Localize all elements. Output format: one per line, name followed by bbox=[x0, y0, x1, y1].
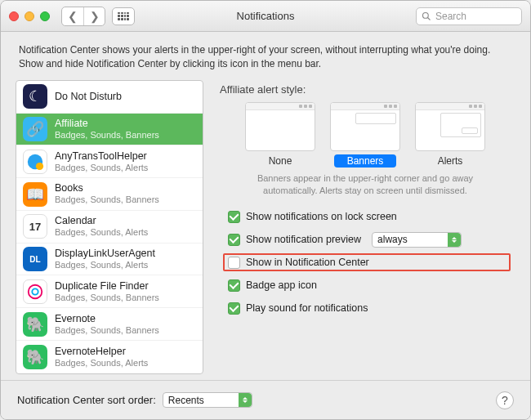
app-sub: Badges, Sounds, Alerts bbox=[55, 260, 155, 270]
show-all-button[interactable] bbox=[112, 7, 135, 25]
app-name: AnyTransToolHelper bbox=[55, 150, 148, 163]
check-in-notification-center[interactable]: Show in Notification Center bbox=[223, 253, 511, 271]
search-placeholder: Search bbox=[435, 11, 466, 22]
nav-buttons: ❮ ❯ bbox=[61, 7, 105, 26]
svg-point-0 bbox=[423, 12, 429, 18]
sort-order-select[interactable]: Recents bbox=[163, 392, 252, 408]
titlebar: ❮ ❯ Notifications Search bbox=[1, 1, 530, 32]
displaylink-icon: DL bbox=[23, 247, 47, 271]
stepper-arrows-icon bbox=[448, 233, 461, 247]
books-icon: 📖 bbox=[23, 182, 47, 207]
checkbox-icon bbox=[228, 211, 240, 223]
alert-style-hint: Banners appear in the upper-right corner… bbox=[234, 172, 496, 197]
app-name: Books bbox=[55, 182, 159, 194]
sidebar-item-affiliate[interactable]: 🔗 Affiliate Badges, Sounds, Banners bbox=[16, 114, 203, 146]
app-name: Duplicate File Finder bbox=[55, 280, 159, 293]
sidebar-item-anytrans[interactable]: AnyTransToolHelper Badges, Sounds, Alert… bbox=[16, 145, 203, 178]
settings-panel: Affiliate alert style: None Banners bbox=[216, 80, 515, 374]
checkbox-icon bbox=[228, 257, 240, 269]
preview-frequency-select[interactable]: always bbox=[372, 232, 462, 248]
check-label: Show notification preview bbox=[246, 234, 361, 245]
search-icon bbox=[422, 11, 431, 21]
help-button[interactable]: ? bbox=[496, 391, 514, 409]
moon-icon: ☾ bbox=[23, 84, 47, 109]
checkbox-icon bbox=[228, 234, 240, 246]
evernote-icon: 🐘 bbox=[23, 312, 47, 337]
evernote-icon: 🐘 bbox=[23, 345, 47, 369]
main-area: ☾ Do Not Disturb 🔗 Affiliate Badges, Sou… bbox=[1, 80, 530, 374]
app-name: Calendar bbox=[55, 215, 148, 227]
anytrans-icon bbox=[23, 150, 47, 174]
app-sub: Badges, Sounds, Banners bbox=[55, 130, 159, 141]
preview-banners bbox=[330, 102, 400, 151]
alert-style-none[interactable]: None bbox=[245, 102, 315, 168]
duplicate-finder-icon bbox=[23, 279, 47, 304]
svg-point-4 bbox=[29, 285, 42, 299]
app-name: Affiliate bbox=[55, 118, 159, 130]
svg-line-1 bbox=[428, 17, 431, 20]
app-sub: Badges, Sounds, Banners bbox=[55, 325, 159, 336]
sidebar-item-displaylink[interactable]: DL DisplayLinkUserAgent Badges, Sounds, … bbox=[16, 244, 203, 276]
sidebar-item-evernote[interactable]: 🐘 Evernote Badges, Sounds, Banners bbox=[16, 308, 203, 341]
app-sub: Badges, Sounds, Alerts bbox=[55, 163, 148, 173]
svg-point-3 bbox=[36, 163, 43, 170]
stepper-arrows-icon bbox=[239, 393, 252, 407]
calendar-icon: 17 bbox=[23, 214, 47, 239]
style-label: None bbox=[256, 154, 306, 168]
app-list[interactable]: ☾ Do Not Disturb 🔗 Affiliate Badges, Sou… bbox=[16, 80, 203, 374]
app-name: EvernoteHelper bbox=[55, 346, 148, 358]
alert-style-title: Affiliate alert style: bbox=[220, 83, 511, 96]
check-preview[interactable]: Show notification preview always bbox=[228, 230, 511, 248]
app-sub: Badges, Sounds, Alerts bbox=[55, 358, 148, 369]
minimize-window-button[interactable] bbox=[25, 11, 34, 21]
style-label: Alerts bbox=[425, 154, 476, 168]
alert-style-banners[interactable]: Banners bbox=[330, 102, 400, 168]
sidebar-item-duplicate-finder[interactable]: Duplicate File Finder Badges, Sounds, Ba… bbox=[16, 275, 203, 308]
check-label: Play sound for notifications bbox=[246, 302, 368, 314]
sidebar-item-books[interactable]: 📖 Books Badges, Sounds, Banners bbox=[16, 178, 203, 211]
alert-style-alerts[interactable]: Alerts bbox=[415, 102, 485, 168]
forward-button[interactable]: ❯ bbox=[83, 7, 105, 25]
svg-point-5 bbox=[32, 288, 38, 294]
back-button[interactable]: ❮ bbox=[62, 7, 83, 25]
checkbox-icon bbox=[228, 279, 240, 292]
app-sub: Badges, Sounds, Alerts bbox=[55, 227, 148, 238]
app-name: Evernote bbox=[55, 313, 159, 325]
checkbox-group: Show notifications on lock screen Show n… bbox=[220, 208, 511, 317]
sort-order-label: Notification Center sort order: bbox=[17, 394, 156, 406]
help-icon: ? bbox=[502, 394, 508, 407]
check-label: Show notifications on lock screen bbox=[246, 211, 397, 222]
check-badge[interactable]: Badge app icon bbox=[228, 276, 511, 294]
footer: Notification Center sort order: Recents … bbox=[1, 380, 530, 419]
zoom-window-button[interactable] bbox=[40, 11, 50, 21]
app-name: DisplayLinkUserAgent bbox=[55, 248, 155, 260]
close-window-button[interactable] bbox=[9, 11, 19, 21]
grid-icon bbox=[118, 12, 129, 20]
style-label: Banners bbox=[334, 154, 397, 168]
sidebar-item-calendar[interactable]: 17 Calendar Badges, Sounds, Alerts bbox=[16, 211, 203, 244]
search-input[interactable]: Search bbox=[416, 7, 522, 25]
window-controls bbox=[9, 11, 50, 21]
preview-none bbox=[245, 102, 315, 151]
link-icon: 🔗 bbox=[23, 117, 47, 141]
check-lock-screen[interactable]: Show notifications on lock screen bbox=[228, 208, 511, 226]
app-sub: Badges, Sounds, Banners bbox=[55, 293, 159, 303]
sidebar-item-do-not-disturb[interactable]: ☾ Do Not Disturb bbox=[16, 81, 203, 114]
app-sub: Badges, Sounds, Banners bbox=[55, 194, 159, 205]
preview-alerts bbox=[415, 102, 485, 151]
checkbox-icon bbox=[228, 302, 240, 315]
intro-text: Notification Center shows your alerts in… bbox=[1, 32, 530, 80]
check-label: Show in Notification Center bbox=[246, 257, 369, 268]
check-sound[interactable]: Play sound for notifications bbox=[228, 299, 511, 317]
sidebar-item-evernote-helper[interactable]: 🐘 EvernoteHelper Badges, Sounds, Alerts bbox=[16, 341, 203, 373]
alert-style-group: None Banners Alerts bbox=[220, 102, 511, 168]
app-name: Do Not Disturb bbox=[55, 91, 122, 103]
check-label: Badge app icon bbox=[246, 279, 317, 291]
